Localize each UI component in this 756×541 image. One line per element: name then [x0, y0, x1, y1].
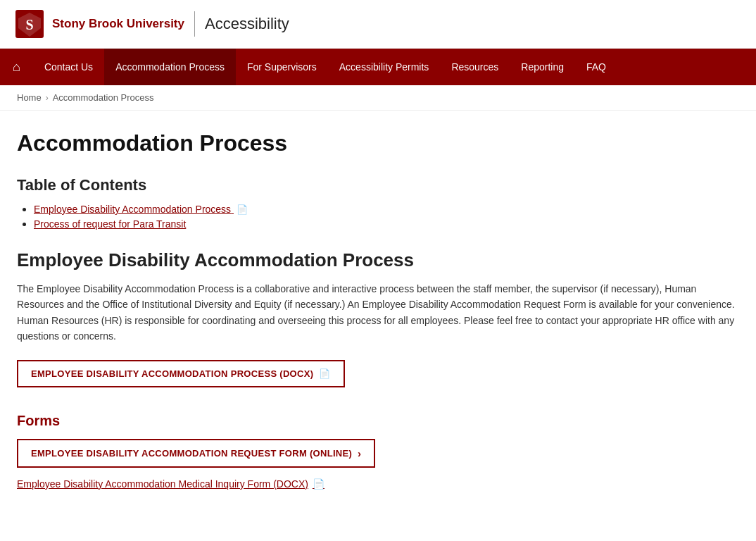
nav-faq[interactable]: FAQ	[575, 49, 617, 85]
toc-link-para-transit[interactable]: Process of request for Para Transit	[34, 218, 186, 230]
section1-body: The Employee Disability Accommodation Pr…	[17, 281, 739, 344]
breadcrumb-separator: ›	[46, 93, 49, 103]
docx-icon: 📄	[319, 368, 330, 379]
online-form-button[interactable]: EMPLOYEE DISABILITY ACCOMMODATION REQUES…	[17, 439, 375, 468]
nav-contact-us[interactable]: Contact Us	[33, 49, 104, 85]
nav-accommodation-process[interactable]: Accommodation Process	[104, 49, 236, 85]
docx-button-label: EMPLOYEE DISABILITY ACCOMMODATION PROCES…	[31, 368, 313, 379]
medical-link-label: Employee Disability Accommodation Medica…	[17, 478, 308, 490]
doc-icon-1: 📄	[237, 204, 248, 215]
toc-item-1: Employee Disability Accommodation Proces…	[34, 203, 739, 215]
medical-doc-icon: 📄	[313, 478, 325, 490]
header-divider	[194, 11, 195, 37]
nav-home-button[interactable]: ⌂	[0, 49, 33, 85]
university-shield-icon: S	[14, 8, 45, 39]
toc-link-accommodation[interactable]: Employee Disability Accommodation Proces…	[34, 204, 248, 215]
toc-item-2: Process of request for Para Transit	[34, 218, 739, 230]
docx-download-button[interactable]: EMPLOYEE DISABILITY ACCOMMODATION PROCES…	[17, 360, 345, 387]
toc-section: Table of Contents Employee Disability Ac…	[17, 176, 739, 230]
online-form-label: EMPLOYEE DISABILITY ACCOMMODATION REQUES…	[31, 448, 352, 459]
chevron-right-icon: ›	[358, 447, 361, 459]
svg-text:S: S	[25, 17, 33, 32]
nav-resources[interactable]: Resources	[440, 49, 510, 85]
forms-section: Forms EMPLOYEE DISABILITY ACCOMMODATION …	[17, 413, 739, 490]
forms-title: Forms	[17, 413, 739, 429]
logo-area: S Stony Brook University	[14, 8, 184, 39]
accessibility-label: Accessibility	[205, 15, 289, 33]
breadcrumb: Home › Accommodation Process	[0, 85, 756, 111]
page-title: Accommodation Process	[17, 130, 739, 156]
nav-for-supervisors[interactable]: For Supervisors	[236, 49, 328, 85]
university-name: Stony Brook University	[52, 17, 184, 31]
nav-accessibility-permits[interactable]: Accessibility Permits	[328, 49, 441, 85]
section1-title: Employee Disability Accommodation Proces…	[17, 249, 739, 271]
nav-reporting[interactable]: Reporting	[510, 49, 575, 85]
main-navigation: ⌂ Contact Us Accommodation Process For S…	[0, 49, 756, 85]
toc-list: Employee Disability Accommodation Proces…	[17, 203, 739, 230]
accommodation-section: Employee Disability Accommodation Proces…	[17, 249, 739, 393]
medical-inquiry-link[interactable]: Employee Disability Accommodation Medica…	[17, 478, 325, 490]
toc-title: Table of Contents	[17, 176, 739, 194]
breadcrumb-home-link[interactable]: Home	[17, 92, 42, 103]
main-content: Accommodation Process Table of Contents …	[0, 111, 756, 518]
site-header: S Stony Brook University Accessibility	[0, 0, 756, 49]
breadcrumb-current: Accommodation Process	[53, 92, 154, 103]
